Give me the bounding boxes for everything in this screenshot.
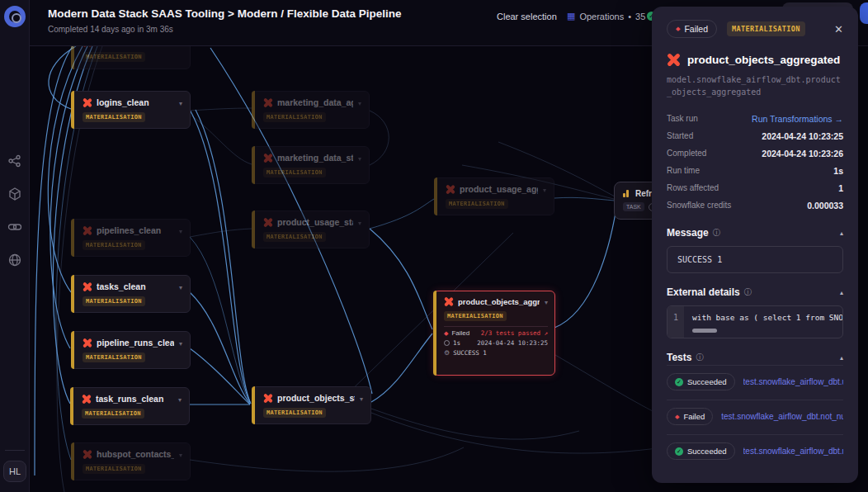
node-stripe xyxy=(252,146,255,184)
dbt-icon xyxy=(444,297,453,306)
failed-diamond-icon: ◆ xyxy=(675,414,679,420)
cube-icon[interactable] xyxy=(7,187,22,201)
model-path: model.snowflake_airflow_dbt.product_obje… xyxy=(667,73,843,98)
dag-node-marketing-data-aggregated[interactable]: marketing_data_aggregated ▾ MATERIALISAT… xyxy=(252,91,370,129)
collapse-icon[interactable]: ▴ xyxy=(840,229,843,237)
node-name: product_usage_aggregated xyxy=(460,184,538,194)
dbt-icon xyxy=(263,98,272,107)
tests-summary-link[interactable]: 2/3 tests passed ↗ xyxy=(481,329,548,337)
detail-row: Task runRun Transformations → xyxy=(667,110,843,127)
detail-row: Snowflake credits0.000033 xyxy=(667,196,843,214)
chevron-down-icon[interactable]: ▾ xyxy=(179,284,182,291)
dag-node-product-objects-staging[interactable]: product_objects_staging ▾ MATERIALISATIO… xyxy=(252,386,371,424)
task-badge: TASK xyxy=(623,202,644,211)
node-stripe xyxy=(71,219,74,257)
node-badge: MATERIALISATION xyxy=(82,409,144,419)
user-avatar[interactable]: HL xyxy=(3,461,26,482)
collapse-icon[interactable]: ▴ xyxy=(840,289,843,296)
chart-icon xyxy=(623,190,630,197)
node-badge: MATERIALISATION xyxy=(83,52,145,62)
dbt-icon xyxy=(83,338,92,348)
dag-node-logins-clean[interactable]: logins_clean ▾ MATERIALISATION xyxy=(71,91,191,129)
operations-grid-icon: ▦ xyxy=(567,11,575,21)
dbt-icon xyxy=(263,394,272,403)
chevron-down-icon[interactable]: ▾ xyxy=(178,396,182,404)
chevron-down-icon[interactable]: ▾ xyxy=(179,340,182,348)
status-badge: ◆ Failed xyxy=(667,20,717,38)
external-details-section-header: External details ⓘ ▴ xyxy=(667,286,843,298)
node-status: Failed xyxy=(451,329,469,337)
dbt-icon xyxy=(83,450,92,459)
message-box: SUCCESS 1 xyxy=(667,246,843,273)
pipelines-graph-icon[interactable] xyxy=(7,154,22,168)
node-stripe xyxy=(252,91,255,129)
node-badge: MATERIALISATION xyxy=(83,240,145,250)
task-run-link[interactable]: Run Transformations → xyxy=(752,114,843,124)
dag-node-pipeline-runs-clean[interactable]: pipeline_runs_clean ▾ MATERIALISATION xyxy=(71,331,191,369)
collapse-icon[interactable]: ▴ xyxy=(840,354,843,362)
link-icon[interactable] xyxy=(7,220,22,234)
dag-node-tasks-clean[interactable]: tasks_clean ▾ MATERIALISATION xyxy=(71,275,191,313)
materialisation-badge: MATERIALISATION xyxy=(727,21,805,36)
node-badge: MATERIALISATION xyxy=(263,112,326,122)
chevron-down-icon[interactable]: ▾ xyxy=(543,187,546,194)
node-runtime: 1s xyxy=(453,339,460,347)
dag-node-product-usage-aggregated[interactable]: product_usage_aggregated ▾ MATERIALISATI… xyxy=(434,177,554,215)
clear-selection-button[interactable]: Clear selection xyxy=(497,12,557,21)
operations-dot: • xyxy=(628,12,631,21)
test-status-badge: ◆ Failed xyxy=(667,408,713,425)
dag-node-marketing-data-staging[interactable]: marketing_data_staging ▾ MATERIALISATION xyxy=(252,146,370,184)
operations-count: 35 xyxy=(635,12,645,21)
success-check-icon: ✓ xyxy=(675,378,683,386)
node-badge: MATERIALISATION xyxy=(263,408,326,418)
header-primary-button[interactable] xyxy=(860,2,868,24)
sql-code-box: 1 with base as ( select 1 from SNOWFLAKE xyxy=(667,305,843,338)
node-stripe xyxy=(70,387,73,425)
horizontal-scrollbar[interactable] xyxy=(692,329,717,333)
chevron-down-icon[interactable]: ▾ xyxy=(358,100,361,107)
test-status-badge: ✓ Succeeded xyxy=(667,442,735,460)
dag-node-pipelines-clean[interactable]: pipelines_clean ▾ MATERIALISATION xyxy=(71,219,191,257)
dbt-icon xyxy=(263,154,272,163)
chevron-down-icon[interactable]: ▾ xyxy=(358,220,361,227)
node-stripe xyxy=(71,275,74,313)
chevron-down-icon[interactable]: ▾ xyxy=(179,228,182,235)
dag-node-product-usage-staging[interactable]: product_usage_staging ▾ MATERIALISATION xyxy=(252,211,370,248)
dbt-icon xyxy=(83,98,92,107)
test-link[interactable]: test.snowflake_airflow_dbt.not_null_pr xyxy=(743,447,843,456)
success-check-icon: ✓ xyxy=(675,447,683,456)
node-badge: MATERIALISATION xyxy=(263,232,326,242)
clock-icon xyxy=(444,340,450,346)
line-number: 1 xyxy=(668,306,684,338)
chevron-down-icon[interactable]: ▾ xyxy=(545,299,548,306)
node-message: SUCCESS 1 xyxy=(453,349,487,357)
chevron-down-icon[interactable]: ▾ xyxy=(358,155,361,163)
dag-node-product-objects-aggregated-selected[interactable]: product_objects_aggregated ▾ MATERIALISA… xyxy=(433,291,555,376)
dbt-icon xyxy=(82,395,91,404)
chevron-down-icon[interactable]: ▾ xyxy=(360,395,363,403)
operations-filter[interactable]: ▦ Operations • 35 xyxy=(567,11,645,21)
panel-title: product_objects_aggregated xyxy=(687,54,840,66)
node-name: hubspot_contacts_clean xyxy=(97,449,174,459)
node-badge: MATERIALISATION xyxy=(444,311,507,321)
info-icon: ⓘ xyxy=(696,352,704,363)
divider xyxy=(5,450,25,451)
close-icon[interactable]: ✕ xyxy=(834,23,843,35)
test-link[interactable]: test.snowflake_airflow_dbt.not_null_pr xyxy=(721,412,843,421)
info-icon: ⓘ xyxy=(713,228,721,239)
node-name: task_runs_clean xyxy=(96,394,173,404)
node-name: product_objects_aggregated xyxy=(458,297,540,306)
tests-section-header: Tests ⓘ ▴ xyxy=(667,352,843,363)
node-stripe xyxy=(71,442,74,480)
node-badge: MATERIALISATION xyxy=(83,112,145,122)
node-stripe xyxy=(71,91,74,129)
dag-node-hubspot-contacts-clean[interactable]: hubspot_contacts_clean ▾ MATERIALISATION xyxy=(71,442,191,480)
chevron-down-icon[interactable]: ▾ xyxy=(179,100,182,107)
app-logo-icon[interactable] xyxy=(4,6,26,27)
sql-code: with base as ( select 1 from SNOWFLAKE xyxy=(692,313,834,322)
node-name: pipeline_runs_clean xyxy=(97,338,174,348)
globe-icon[interactable] xyxy=(7,253,22,267)
dag-node-task-runs-clean[interactable]: task_runs_clean ▾ MATERIALISATION xyxy=(70,387,190,425)
chevron-down-icon[interactable]: ▾ xyxy=(179,452,182,459)
test-link[interactable]: test.snowflake_airflow_dbt.unique_pro xyxy=(743,377,843,386)
